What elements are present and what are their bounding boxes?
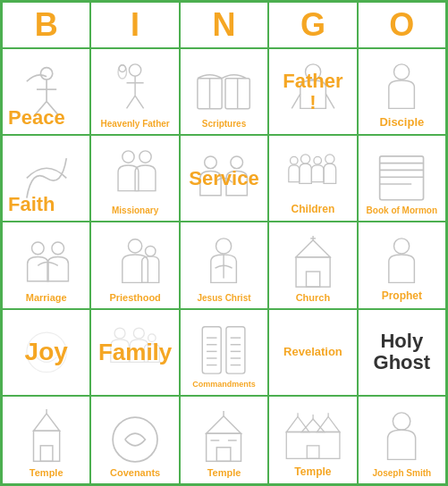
cell-2-3[interactable]: Church — [269, 222, 358, 309]
header-b: B — [3, 3, 91, 47]
header-g: G — [269, 3, 358, 47]
cell-4-2[interactable]: Temple — [181, 397, 269, 483]
cell-0-1[interactable]: Heavenly Father — [91, 49, 180, 136]
cell-label-1-4: Book of Mormon — [359, 204, 445, 217]
cell-0-4[interactable]: Disciple — [359, 49, 445, 136]
cell-label-0-0: Peace — [6, 105, 67, 130]
svg-point-5 — [129, 64, 140, 76]
cell-4-1[interactable]: Covenants — [91, 397, 180, 483]
cell-4-0[interactable]: Temple — [3, 397, 91, 483]
cell-label-2-1: Priesthood — [91, 290, 178, 305]
cell-1-0[interactable]: Faith — [3, 136, 91, 222]
cell-label-1-1: Missionary — [91, 204, 178, 217]
cell-label-1-2: Service — [187, 166, 260, 191]
cell-label-3-3: Revelation — [282, 344, 344, 360]
cell-3-4[interactable]: Holy Ghost — [359, 310, 445, 397]
svg-point-15 — [394, 64, 410, 80]
cell-label-0-1: Heavenly Father — [91, 117, 178, 130]
svg-point-22 — [314, 157, 322, 165]
cell-label-4-2: Temple — [181, 465, 267, 480]
cell-2-1[interactable]: Priesthood — [91, 222, 180, 309]
svg-point-17 — [139, 151, 151, 163]
cell-0-0[interactable]: Peace — [3, 49, 91, 136]
grid-row-2: Marriage Priesthood — [3, 222, 445, 309]
cell-0-2[interactable]: Scriptures — [181, 49, 269, 136]
header-i: I — [91, 3, 180, 47]
cell-3-1[interactable]: Family — [91, 310, 180, 397]
grid-row-0: Peace Heavenly Father — [3, 49, 445, 136]
cell-3-2[interactable]: Commandments — [181, 310, 269, 397]
header-o: O — [359, 3, 445, 47]
cell-label-0-2: Scriptures — [181, 117, 267, 130]
svg-rect-46 — [226, 327, 245, 373]
svg-point-33 — [216, 239, 232, 254]
svg-point-32 — [146, 246, 156, 256]
svg-point-16 — [123, 151, 134, 163]
svg-marker-36 — [296, 239, 330, 256]
svg-point-7 — [119, 65, 126, 72]
grid-row-1: Faith Missionary — [3, 136, 445, 222]
cell-label-4-1: Covenants — [91, 465, 178, 480]
cell-label-0-4: Disciple — [359, 114, 445, 130]
cell-3-0[interactable]: Joy — [3, 310, 91, 397]
cell-1-2[interactable]: Service — [181, 136, 269, 222]
svg-point-21 — [300, 155, 309, 163]
svg-point-30 — [52, 242, 64, 255]
cell-label-2-3: Church — [269, 290, 356, 305]
bingo-grid: Peace Heavenly Father — [3, 49, 445, 483]
bingo-card: B I N G O Peace — [0, 0, 448, 486]
cell-2-0[interactable]: Marriage — [3, 222, 91, 309]
svg-point-29 — [31, 242, 44, 255]
svg-point-20 — [290, 157, 298, 165]
cell-2-2[interactable]: Jesus Christ — [181, 222, 269, 309]
svg-point-31 — [128, 239, 141, 252]
cell-label-1-3: Children — [269, 202, 356, 217]
cell-label-2-0: Marriage — [3, 290, 89, 305]
cell-0-3[interactable]: Father ! — [269, 49, 358, 136]
svg-marker-63 — [207, 416, 241, 433]
svg-point-23 — [325, 155, 334, 163]
header-n: N — [181, 3, 269, 47]
cell-1-1[interactable]: Missionary — [91, 136, 180, 222]
cell-label-3-4: Holy Ghost — [372, 329, 433, 375]
svg-marker-58 — [33, 414, 59, 431]
cell-4-4[interactable]: Joseph Smith — [359, 397, 445, 483]
svg-point-0 — [40, 68, 52, 80]
svg-marker-71 — [317, 417, 340, 432]
cell-1-4[interactable]: Book of Mormon — [359, 136, 445, 222]
cell-label-1-0: Faith — [6, 192, 57, 217]
svg-rect-45 — [203, 327, 222, 373]
cell-4-3[interactable]: Temple — [269, 397, 358, 483]
svg-point-61 — [113, 417, 157, 462]
cell-3-3[interactable]: Revelation — [269, 310, 358, 397]
header-row: B I N G O — [3, 3, 445, 49]
cell-label-4-3: Temple — [269, 465, 356, 480]
cell-2-4[interactable]: Prophet — [359, 222, 445, 309]
cell-label-0-3: Father ! — [281, 68, 344, 114]
cell-1-3[interactable]: Children — [269, 136, 358, 222]
cell-label-4-4: Joseph Smith — [359, 466, 445, 480]
svg-marker-69 — [286, 417, 309, 432]
cell-label-3-0: Joy — [23, 337, 70, 368]
svg-rect-65 — [217, 448, 232, 462]
cell-label-2-2: Jesus Christ — [181, 291, 267, 305]
grid-row-4: Temple Covenants — [3, 397, 445, 483]
cell-label-3-1: Family — [97, 338, 173, 367]
svg-point-76 — [393, 413, 410, 430]
cell-label-4-0: Temple — [3, 465, 89, 480]
grid-row-3: Joy Family — [3, 310, 445, 397]
svg-rect-39 — [306, 272, 319, 287]
cell-label-3-2: Commandments — [181, 379, 267, 391]
svg-rect-60 — [40, 446, 53, 461]
svg-point-40 — [394, 239, 410, 254]
cell-label-2-4: Prophet — [359, 289, 445, 304]
svg-rect-75 — [307, 446, 319, 458]
